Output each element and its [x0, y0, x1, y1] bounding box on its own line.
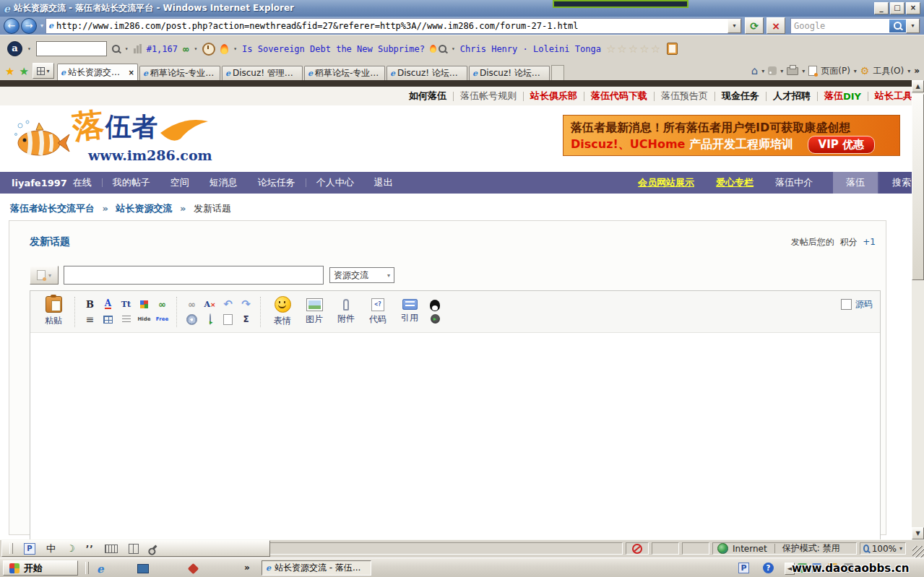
subject-input[interactable] [64, 266, 324, 285]
link-space[interactable]: 空间 [170, 176, 189, 189]
ime-punctuation-icon[interactable]: ’’ [86, 544, 94, 554]
nav-code-download[interactable]: 落伍代码下载 [591, 90, 647, 103]
hot-topics-icon[interactable] [220, 44, 228, 54]
hot-search-dropdown[interactable]: ▾ [452, 45, 455, 52]
stop-button[interactable]: × [767, 17, 785, 34]
tab-discuz-admin[interactable]: e Discuz! 管理中心 [222, 66, 303, 80]
tab-luowu[interactable]: 落伍 [833, 172, 878, 194]
feeds-dropdown[interactable]: ▾ [780, 68, 783, 74]
breadcrumb-root[interactable]: 落伍者站长交流平台 [10, 203, 95, 214]
formula-button[interactable]: Σ [243, 314, 249, 324]
restore-button[interactable]: □ [890, 2, 904, 14]
url-field[interactable]: e ▾ [46, 18, 742, 34]
scroll-down-button[interactable]: ▼ [912, 527, 924, 539]
remove-format-button[interactable]: A× [204, 300, 215, 309]
insert-table-button[interactable] [103, 316, 113, 324]
tab-current[interactable]: e 站长资源交流... × [57, 64, 138, 80]
close-button[interactable]: × [906, 2, 920, 14]
history-dropdown[interactable]: ▾ [40, 22, 43, 29]
nav-recruitment[interactable]: 人才招聘 [773, 90, 811, 103]
banner-vip-button[interactable]: VIP 优惠 [808, 136, 875, 154]
add-favorite-icon[interactable]: ★ [19, 65, 28, 78]
source-checkbox[interactable] [841, 299, 852, 310]
topic-icon-button[interactable]: ▾ [30, 266, 59, 285]
links-icon[interactable]: ∞ [183, 43, 189, 55]
alexa-rank[interactable]: #1,167 [147, 44, 178, 54]
url-dropdown[interactable]: ▾ [727, 19, 741, 33]
quote-button[interactable]: 引用 [394, 299, 426, 324]
quick-launch-overflow-icon[interactable]: » [244, 563, 250, 573]
unlink-button[interactable]: ∞ [188, 299, 196, 310]
ime-grip[interactable] [9, 543, 13, 554]
new-tab-stub[interactable] [551, 65, 564, 80]
scroll-up-button[interactable]: ▲ [912, 80, 924, 92]
resize-grip[interactable] [912, 546, 924, 558]
site-logo[interactable]: 落 伍者 [72, 110, 211, 144]
hot-people-link[interactable]: Chris Henry · Loleini Tonga [460, 44, 601, 54]
hot-topics-dropdown[interactable]: ▾ [233, 45, 237, 52]
hot-search-icon[interactable] [430, 45, 436, 53]
ime-pinyin-icon[interactable]: P [24, 543, 35, 555]
align-button[interactable]: ≡ [86, 313, 95, 325]
code-button[interactable]: <? 代码 [362, 298, 394, 326]
insert-flash-button[interactable] [186, 314, 197, 325]
tab-discuz-official-1[interactable]: e Discuz! 论坛官... [387, 66, 467, 80]
insert-media-button[interactable]: ▸ [210, 314, 211, 324]
page-menu[interactable]: 页面(P) [821, 65, 850, 77]
feeds-icon[interactable] [768, 66, 777, 75]
link-charity[interactable]: 爱心专栏 [716, 176, 754, 189]
zoom-level[interactable]: 100% [872, 544, 897, 554]
insert-link-button[interactable]: ∞ [158, 299, 166, 310]
nav-diy[interactable]: 落伍 [824, 90, 843, 103]
nav-how-to[interactable]: 如何落伍 [409, 90, 446, 103]
rating-stars[interactable]: ☆☆☆☆☆ [606, 43, 662, 56]
link-messages[interactable]: 短消息 [210, 176, 238, 189]
ime-softkeyboard-icon[interactable] [105, 545, 118, 553]
logo-fish-image[interactable] [10, 117, 71, 162]
nav-account-rules[interactable]: 落伍帐号规则 [460, 90, 517, 103]
nav-diy-suffix[interactable]: DIY [843, 91, 861, 102]
ime-function-icon[interactable] [129, 544, 139, 554]
search-button[interactable] [889, 19, 906, 32]
refresh-button[interactable]: ⟳ [745, 17, 764, 34]
ime-language-bar[interactable]: P 中 ☽ ’’ [1, 540, 270, 557]
link-logout[interactable]: 退出 [374, 176, 393, 189]
speed-gauge-icon[interactable] [202, 43, 215, 56]
privacy-blocked-icon[interactable] [632, 544, 642, 554]
taskbar-window-button[interactable]: e 站长资源交流 - 落伍... [262, 560, 371, 576]
new-page-button[interactable] [223, 314, 233, 325]
print-dropdown[interactable]: ▾ [802, 68, 805, 74]
show-desktop-icon[interactable] [137, 564, 149, 573]
category-select[interactable]: 资源交流 ▾ [329, 267, 394, 283]
alexa-search-icon[interactable] [112, 45, 120, 53]
undo-button[interactable]: ↶ [223, 298, 233, 311]
page-menu-dropdown[interactable]: ▾ [854, 68, 857, 74]
media-amu-button[interactable]: ▸ [431, 314, 440, 324]
ime-chinese-icon[interactable]: 中 [46, 542, 56, 555]
links-dropdown[interactable]: ▾ [194, 45, 197, 52]
quick-tabs-button[interactable]: ▾ [33, 63, 54, 79]
redo-button[interactable]: ↷ [241, 298, 251, 311]
minimize-button[interactable]: _ [874, 2, 889, 14]
url-input[interactable] [56, 21, 727, 31]
alexa-logo-icon[interactable]: a [7, 41, 22, 56]
nav-webmaster-tools[interactable]: 站长工具 [875, 90, 912, 103]
username[interactable]: liyafe1997 [12, 178, 67, 188]
favorites-icon[interactable]: ★ [5, 65, 14, 78]
hide-content-button[interactable]: Hide [137, 316, 150, 322]
tray-pinyin-icon[interactable]: P [738, 563, 749, 573]
alexa-logo-dropdown[interactable]: ▾ [27, 45, 31, 52]
ime-settings-wrench-icon[interactable] [150, 545, 157, 552]
quick-launch-ie-icon[interactable]: e [97, 563, 104, 576]
tools-menu-dropdown[interactable]: ▾ [907, 68, 910, 74]
home-dropdown[interactable]: ▾ [761, 68, 764, 74]
free-content-button[interactable]: Free [156, 316, 168, 322]
tab-close-icon[interactable]: × [129, 69, 134, 77]
quick-launch-grip[interactable] [85, 562, 89, 574]
hot-headline-link[interactable]: Is Sovereign Debt the New Subprime? [242, 44, 425, 54]
banner-ad[interactable]: 落伍者最新消息！所有落伍者用户凭ID可获取康盛创想 Discuz!、UCHome… [563, 115, 900, 156]
ime-halfwidth-icon[interactable]: ☽ [66, 543, 75, 554]
alexa-search-dropdown[interactable]: ▾ [125, 45, 129, 52]
clipboard-icon[interactable] [667, 43, 678, 55]
color-palette-button[interactable] [140, 300, 148, 308]
